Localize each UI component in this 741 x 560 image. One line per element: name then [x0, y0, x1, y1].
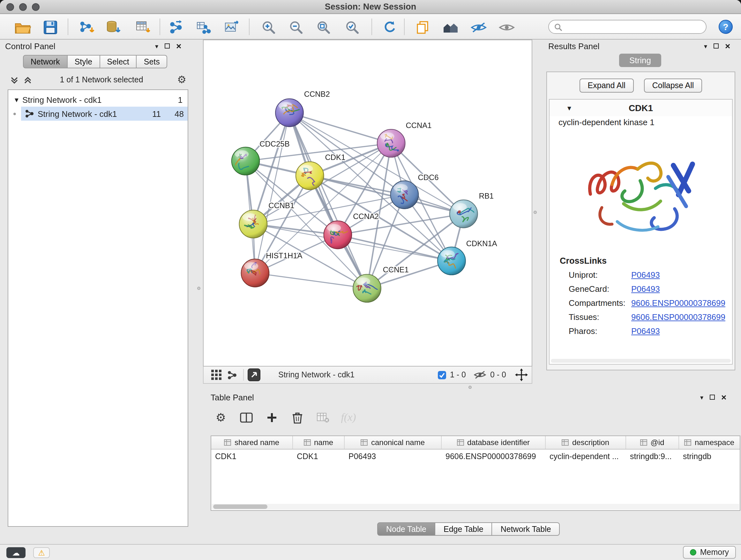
- network-node-CDKN1A[interactable]: CDKN1A: [437, 239, 497, 275]
- column-header[interactable]: name: [293, 436, 345, 449]
- column-header[interactable]: database identifier: [442, 436, 546, 449]
- table-settings-button[interactable]: ⚙: [214, 411, 228, 425]
- delete-table-button[interactable]: [316, 411, 330, 425]
- tab-edge-table[interactable]: Edge Table: [435, 522, 492, 536]
- network-node-CCNA2[interactable]: CCNA2: [324, 212, 379, 249]
- expand-collapse-icon[interactable]: ▼: [11, 96, 22, 103]
- close-window-button[interactable]: [6, 3, 14, 11]
- close-panel-icon[interactable]: ×: [721, 393, 726, 401]
- panel-menu-icon[interactable]: ▾: [700, 394, 703, 401]
- column-header[interactable]: namespace: [679, 436, 740, 449]
- tab-network[interactable]: Network: [23, 55, 68, 68]
- network-node-CCNB2[interactable]: CCNB2: [275, 90, 330, 127]
- open-session-button[interactable]: [15, 19, 31, 36]
- new-network-from-selection-button[interactable]: [168, 19, 185, 36]
- help-button[interactable]: ?: [719, 20, 733, 34]
- horizontal-scrollbar[interactable]: [212, 504, 739, 509]
- crosslink-uniprot-link[interactable]: P06493: [631, 270, 660, 280]
- import-table-from-file-button[interactable]: [135, 19, 151, 36]
- search-input[interactable]: [565, 22, 706, 31]
- duplicate-documents-button[interactable]: [414, 19, 431, 36]
- results-scrollbar[interactable]: [551, 359, 731, 363]
- crosslink-row: Tissues: 9606.ENSP00000378699: [549, 312, 732, 322]
- network-node-CCNB1[interactable]: CCNB1: [239, 201, 294, 238]
- scr ollbar-thumb[interactable]: [213, 504, 267, 509]
- show-all-button[interactable]: [498, 19, 515, 36]
- zoom-selected-button[interactable]: [344, 19, 360, 36]
- float-panel-icon[interactable]: [710, 395, 715, 400]
- float-panel-icon[interactable]: [165, 44, 170, 49]
- network-edge-HIST1H1A-CCNE1[interactable]: [255, 273, 367, 288]
- pan-crosshair-icon[interactable]: [515, 368, 528, 381]
- network-collection-row[interactable]: ▼ String Network - cdk1 1: [8, 92, 188, 107]
- splitter-handle[interactable]: [534, 211, 537, 214]
- minimize-window-button[interactable]: [19, 3, 27, 11]
- delete-column-button[interactable]: [290, 411, 305, 425]
- plus-icon: [266, 412, 278, 423]
- column-header[interactable]: shared name: [211, 436, 293, 449]
- save-session-button[interactable]: [42, 19, 59, 36]
- network-edge-CCNB2-HIST1H1A[interactable]: [255, 113, 289, 273]
- crosslink-pharos-link[interactable]: P06493: [631, 326, 660, 336]
- tab-network-table[interactable]: Network Table: [492, 522, 560, 536]
- network-graph[interactable]: CCNB2CCNA1CDC25BCDK1CDC6RB1CCNB1CCNA2CDK…: [204, 40, 532, 366]
- tab-node-table[interactable]: Node Table: [377, 522, 435, 536]
- collapse-all-button[interactable]: Collapse All: [644, 78, 702, 92]
- network-row-selected[interactable]: ● String Network - cdk1 11 48: [8, 107, 188, 121]
- tab-select[interactable]: Select: [100, 55, 137, 68]
- float-panel-icon[interactable]: [714, 44, 719, 49]
- memory-button[interactable]: Memory: [683, 546, 736, 559]
- network-view-canvas[interactable]: CCNB2CCNA1CDC25BCDK1CDC6RB1CCNB1CCNA2CDK…: [203, 40, 532, 367]
- crosslink-genecard-link[interactable]: P06493: [631, 284, 660, 294]
- close-panel-icon[interactable]: ×: [176, 42, 181, 51]
- table-row[interactable]: CDK1 CDK1 P06493 9606.ENSP00000378699 cy…: [211, 449, 740, 463]
- zoom-in-button[interactable]: [260, 19, 277, 36]
- open-in-new-window-button[interactable]: [248, 368, 260, 381]
- apply-layout-button[interactable]: [382, 19, 398, 36]
- column-header[interactable]: @id: [626, 436, 679, 449]
- network-edge-CCNB2-CCNA1[interactable]: [289, 113, 391, 143]
- zoom-out-button[interactable]: [288, 19, 305, 36]
- splitter-handle[interactable]: [197, 287, 200, 290]
- new-network-from-table-button[interactable]: [195, 19, 212, 36]
- warnings-button[interactable]: ⚠: [33, 547, 50, 558]
- show-columns-button[interactable]: [239, 411, 253, 425]
- hide-selected-button[interactable]: [470, 19, 487, 36]
- documents-icon: [415, 20, 429, 35]
- export-image-button[interactable]: [223, 19, 240, 36]
- zoom-fit-button[interactable]: [315, 19, 332, 36]
- network-overview-button[interactable]: [224, 368, 239, 382]
- gear-icon[interactable]: ⚙: [177, 75, 186, 85]
- splitter-handle[interactable]: [468, 386, 472, 389]
- function-builder-button[interactable]: f(x): [341, 411, 355, 425]
- home-networks-button[interactable]: [442, 19, 459, 36]
- network-node-RB1[interactable]: RB1: [450, 192, 494, 228]
- network-edge-CCNB2-CCNE1[interactable]: [289, 113, 367, 288]
- tab-sets[interactable]: Sets: [137, 55, 167, 68]
- column-header[interactable]: canonical name: [345, 436, 442, 449]
- sort-icon: [224, 439, 231, 446]
- zoom-window-button[interactable]: [32, 3, 40, 11]
- network-edge-CCNA2-CDKN1A[interactable]: [338, 235, 452, 261]
- open-folder-icon: [15, 21, 31, 34]
- panel-menu-icon[interactable]: ▾: [704, 43, 707, 50]
- crosslink-compartments-link[interactable]: 9606.ENSP00000378699: [631, 298, 725, 308]
- column-header[interactable]: description: [546, 436, 626, 449]
- expand-all-button[interactable]: Expand All: [580, 78, 634, 92]
- cloud-button[interactable]: ☁: [6, 547, 25, 558]
- crosslink-tissues-link[interactable]: 9606.ENSP00000378699: [631, 312, 725, 322]
- selected-indicator-checkbox[interactable]: [438, 371, 446, 379]
- import-network-from-database-button[interactable]: [105, 19, 122, 36]
- panel-menu-icon[interactable]: ▾: [155, 43, 158, 50]
- network-node-CCNA1[interactable]: CCNA1: [377, 121, 432, 158]
- cell-id: stringdb:9...: [626, 449, 679, 463]
- string-tab-badge[interactable]: String: [619, 54, 661, 67]
- cell-canonical-name: P06493: [345, 449, 442, 463]
- close-panel-icon[interactable]: ×: [725, 42, 730, 51]
- collapse-section-icon[interactable]: ▼: [566, 105, 572, 111]
- create-column-button[interactable]: [265, 411, 279, 425]
- tab-style[interactable]: Style: [68, 55, 100, 68]
- birds-eye-grid-button[interactable]: [209, 368, 224, 382]
- network-node-HIST1H1A[interactable]: HIST1H1A: [241, 251, 302, 287]
- import-network-from-file-button[interactable]: [78, 19, 95, 36]
